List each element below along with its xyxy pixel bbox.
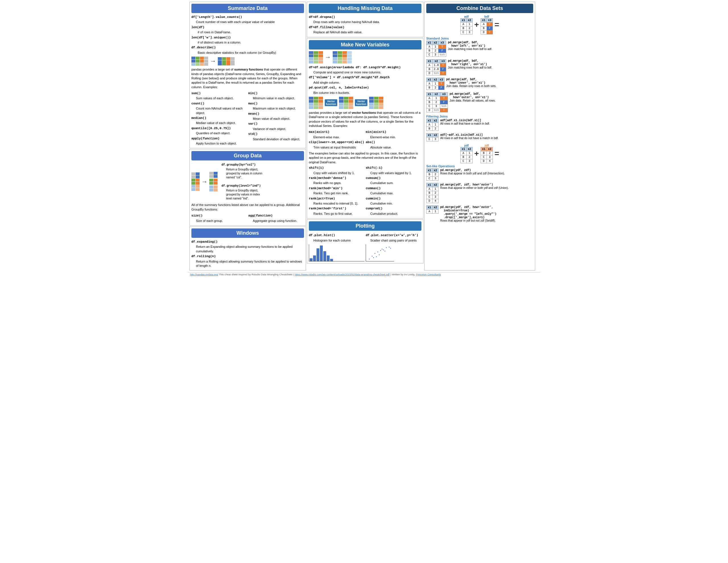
makenew-section: Make New Variables → df=df.assign(Area= bbox=[307, 38, 423, 219]
footer-link-princeton[interactable]: Princeton Consultants bbox=[416, 273, 441, 276]
union-desc: pd.merge(ydf, zdf, how='outer') Rows tha… bbox=[440, 183, 533, 189]
hist-content: df.plot.hist() Histogram for each column bbox=[309, 232, 365, 261]
column-2: Handling Missing Data df=df.dropna() Dro… bbox=[307, 2, 423, 270]
summary-funcs: sum()Sum values of each object. count()C… bbox=[191, 90, 304, 146]
plus-icon-2: + bbox=[474, 149, 479, 158]
plotting-title: Plotting bbox=[309, 221, 421, 231]
intersect-join: x1x2 B2 C3 pd.merge(ydf, zdf) Rows that … bbox=[426, 168, 533, 181]
left-join: x1x2x3 A1T B2F C3NaN pd.merge(adf, bdf, … bbox=[426, 41, 533, 57]
group-arrow: → bbox=[201, 178, 208, 185]
makenew-after bbox=[333, 51, 352, 63]
missing-code-1: df=df.dropna() bbox=[309, 15, 335, 19]
left-join-desc: pd.merge(adf, bdf, how='left', on='x1') … bbox=[448, 41, 533, 51]
summarize-body: pandas provides a large set of summary f… bbox=[191, 67, 304, 89]
plus-icon: + bbox=[474, 20, 479, 29]
summarize-title: Summarize Data bbox=[191, 4, 304, 13]
group-funcs-text: df.groupby(by="col") Return a GroupBy ob… bbox=[222, 162, 262, 201]
summarize-section: Summarize Data df['Length'].value_counts… bbox=[189, 2, 306, 148]
union-join: x1x2 A1 B2 C3 D4 pd.merge(ydf, zdf, how=… bbox=[426, 183, 533, 203]
makenew-code-2: df['Volume'] = df.Length*df.Height*df.De… bbox=[309, 76, 390, 79]
setdiff-table: x1x2 A1 bbox=[426, 205, 439, 214]
windows-code-2: df.rolling(n) bbox=[191, 254, 216, 258]
bdf-label: bdf bbox=[481, 15, 493, 18]
histogram-viz bbox=[309, 244, 365, 261]
vector-box-1: Vectorfunction bbox=[325, 99, 337, 106]
right-join: x1x2x3 A1.0T B2.0F DNaNT pd.merge(adf, b… bbox=[426, 59, 533, 75]
outer-join: x1x2x3 A1T B2F C3NaN DNaNT pd.merge(adf,… bbox=[426, 92, 533, 112]
adf-table: x1x2 A1 B2 C3 bbox=[460, 18, 473, 34]
column-3: Combine Data Sets adf x1x2 A1 B2 C3 + bd… bbox=[424, 2, 535, 270]
isin-join-desc: adf[adf.x1.isin(bdf.x1)] All rows in adf… bbox=[440, 119, 533, 125]
combine-section: Combine Data Sets adf x1x2 A1 B2 C3 + bd… bbox=[424, 2, 535, 270]
windows-title: Windows bbox=[191, 228, 304, 238]
vector-box-2: Vectorfunction bbox=[355, 99, 367, 106]
right-join-table: x1x2x3 A1.0T B2.0F DNaNT bbox=[426, 59, 446, 75]
outer-join-table: x1x2x3 A1T B2F C3NaN DNaNT bbox=[426, 92, 448, 112]
zdf-label: zdf bbox=[481, 144, 493, 147]
not-isin-join-desc: adf[~adf.x1.isin(bdf.x1)] All rows in ad… bbox=[440, 133, 533, 140]
adf-wrap: adf x1x2 A1 B2 C3 bbox=[460, 15, 473, 34]
sum-desc-2: # of rows in DataFrame. bbox=[191, 30, 304, 34]
equals-icon-2: = bbox=[495, 149, 499, 158]
makenew-desc-2: Add single column. bbox=[309, 80, 421, 85]
makenew-viz: → bbox=[309, 51, 421, 63]
ydf-wrap: ydf x1x2 A1 B2 C3 bbox=[460, 144, 473, 163]
more-funcs-left: shift(1)Copy with values shifted by 1. r… bbox=[309, 165, 365, 216]
zdf-table: x1x2 B2 C3 D4 bbox=[481, 147, 493, 163]
makenew-before bbox=[309, 51, 323, 63]
inner-join: x1x2x3 A1T B2F pd.merge(adf, bdf, how='i… bbox=[426, 78, 533, 90]
sum-desc-3: # of distinct values in a column. bbox=[191, 40, 304, 45]
zdf-wrap: zdf x1x2 B2 C3 D4 bbox=[481, 144, 493, 163]
vector-middle bbox=[339, 97, 353, 109]
windows-desc-1: Return an Expanding object allowing summ… bbox=[191, 245, 304, 253]
group-title: Group Data bbox=[191, 151, 304, 160]
intersect-desc: pd.merge(ydf, zdf) Rows that appear in b… bbox=[440, 168, 533, 175]
makenew-desc-1: Compute and append one or more new colum… bbox=[309, 70, 421, 74]
inner-join-table: x1x2x3 A1T B2F bbox=[426, 78, 444, 90]
standard-joins-title: Standard Joins bbox=[426, 37, 533, 40]
sum-code-1: df['Length'].value_counts() bbox=[191, 15, 242, 19]
makenew-body: pandas provides a large set of vector fu… bbox=[309, 111, 421, 128]
makenew-desc-3: Bin column into n buckets. bbox=[309, 91, 421, 95]
group-body: All of the summary functions listed abov… bbox=[191, 203, 304, 212]
missing-section: Handling Missing Data df=df.dropna() Dro… bbox=[307, 2, 423, 37]
not-isin-join-table: x1x2 C3 bbox=[426, 133, 439, 141]
windows-code-1: df.expanding() bbox=[191, 240, 218, 243]
sum-code-2: len(df) bbox=[191, 26, 204, 29]
combine-top-viz: adf x1x2 A1 B2 C3 + bdf x1x3 AT BF bbox=[426, 15, 533, 34]
more-funcs-right: shift(-1)Copy with values lagged by 1. c… bbox=[366, 165, 421, 216]
footer-link-pandas[interactable]: http://pandas.pydata.org/ bbox=[190, 273, 218, 276]
ydf-label: ydf bbox=[460, 144, 473, 147]
scatter-content: df.plot.scatter(x='w',y='h') Scatter cha… bbox=[366, 232, 421, 261]
bdf-wrap: bdf x1x3 AT BF DT bbox=[481, 15, 493, 34]
vector-viz: Vectorfunction Vectorfunction bbox=[309, 97, 421, 109]
makenew-code-3: pd.qcut(df.col, n, labels=False) bbox=[309, 86, 369, 89]
group-section: Group Data → bbox=[189, 149, 306, 225]
viz-right bbox=[218, 57, 235, 65]
makenew-code-1: df=df.assign(Area=lambda df: df.Length*d… bbox=[309, 66, 401, 69]
plotting-content: df.plot.hist() Histogram for each column… bbox=[309, 232, 421, 261]
missing-desc-1: Drop rows with any column having NA/null… bbox=[309, 20, 421, 24]
column-1: Summarize Data df['Length'].value_counts… bbox=[189, 2, 306, 270]
windows-desc-2: Return a Rolling object allowing summary… bbox=[191, 259, 304, 268]
viz-arrow: → bbox=[210, 57, 216, 65]
main-layout: Summarize Data df['Length'].value_counts… bbox=[188, 0, 540, 272]
group-extra-funcs: size() Size of each group. agg(function)… bbox=[191, 213, 304, 223]
missing-desc-2: Replace all NA/null data with value. bbox=[309, 30, 421, 34]
windows-section: Windows df.expanding() Return an Expandi… bbox=[189, 226, 306, 270]
footer-link-rstudio[interactable]: https://www.rstudio.com/wp-content/uploa… bbox=[295, 273, 390, 276]
footer-text-2: ) Written by Irv Lustig, bbox=[390, 273, 416, 276]
group-func-agg: agg(function) Aggregate group using func… bbox=[248, 213, 304, 223]
vector-funcs: max(axis=1)Element-wise max. clip(lower=… bbox=[309, 129, 421, 150]
group-viz: → df.groupby(by="co bbox=[191, 162, 304, 201]
missing-code-2: df=df.fillna(value) bbox=[309, 26, 344, 29]
vector-funcs-right: min(axis=1)Element-wise min. abs()Absolu… bbox=[366, 129, 421, 150]
set-ops-title: Set-like Operations bbox=[426, 164, 533, 168]
adf-label: adf bbox=[460, 15, 473, 18]
scatter-viz bbox=[366, 244, 394, 261]
viz-left bbox=[191, 57, 208, 66]
filtering-joins-title: Filtering Joins bbox=[426, 115, 533, 118]
inner-join-desc: pd.merge(adf, bdf, how='inner', on='x1')… bbox=[446, 78, 533, 88]
footer-text: This cheat sheet inspired by Rstudio Dat… bbox=[219, 273, 294, 276]
plotting-section: Plotting df.plot.hist() Histogram for ea… bbox=[307, 219, 423, 263]
